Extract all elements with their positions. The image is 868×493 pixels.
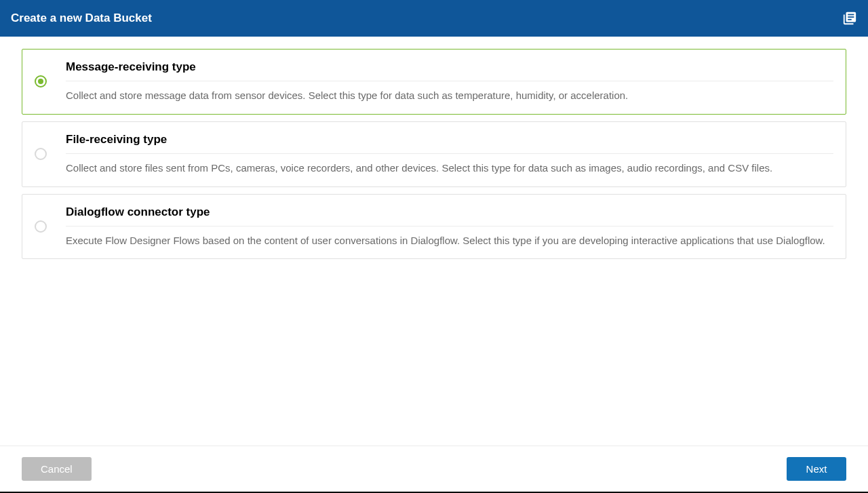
option-content: Message-receiving typeCollect and store … <box>66 60 833 103</box>
option-description: Collect and store files sent from PCs, c… <box>66 154 833 176</box>
option-content: Dialogflow connector typeExecute Flow De… <box>66 205 833 248</box>
option-title: Dialogflow connector type <box>66 205 833 226</box>
option-title: Message-receiving type <box>66 60 833 81</box>
svg-rect-0 <box>848 14 854 16</box>
radio-button[interactable] <box>35 220 47 233</box>
page-title: Create a new Data Bucket <box>11 12 152 25</box>
radio-button[interactable] <box>35 75 47 87</box>
svg-rect-2 <box>848 19 852 20</box>
option-file-receiving[interactable]: File-receiving typeCollect and store fil… <box>22 121 846 187</box>
cancel-button[interactable]: Cancel <box>22 457 92 481</box>
option-message-receiving[interactable]: Message-receiving typeCollect and store … <box>22 49 846 115</box>
footer-bar: Cancel Next <box>0 446 868 493</box>
option-title: File-receiving type <box>66 133 833 154</box>
option-content: File-receiving typeCollect and store fil… <box>66 133 833 176</box>
option-dialogflow-connector[interactable]: Dialogflow connector typeExecute Flow De… <box>22 194 846 260</box>
radio-button[interactable] <box>35 148 47 160</box>
options-list: Message-receiving typeCollect and store … <box>0 37 868 446</box>
next-button[interactable]: Next <box>787 457 846 481</box>
option-description: Execute Flow Designer Flows based on the… <box>66 226 833 248</box>
library-icon[interactable] <box>842 11 857 26</box>
header-bar: Create a new Data Bucket <box>0 0 868 37</box>
svg-rect-1 <box>848 16 854 18</box>
option-description: Collect and store message data from sens… <box>66 81 833 103</box>
